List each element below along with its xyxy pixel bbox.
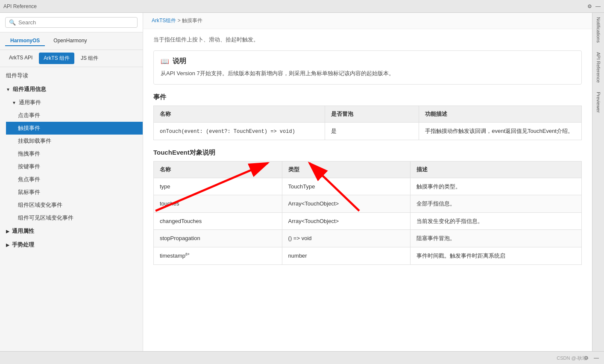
search-bar: 🔍 — [0, 13, 143, 32]
main-layout: 🔍 HarmonyOS OpenHarmony ArkTS API ArkTS … — [0, 13, 604, 351]
os-tab-openharmony[interactable]: OpenHarmony — [48, 36, 92, 46]
sidebar-nav: 组件导读 ▼ 组件通用信息 ▼ 通用事件 点击事件 触摸事件 挂载卸载事件 拖拽… — [0, 67, 143, 351]
events-section-title: 事件 — [153, 93, 582, 101]
watermark: CSDN @-耿瑞- — [557, 355, 589, 361]
te-name-3: stopPropagation — [154, 230, 282, 247]
nav-sub-header-events[interactable]: ▼ 通用事件 — [6, 96, 143, 109]
breadcrumb: ArkTS组件 > 触摸事件 — [143, 13, 592, 29]
table-row: timestamp8+ number 事件时间戳。触发事件时距离系统启 — [154, 247, 582, 264]
event-desc-cell: 手指触摸动作触发该回调，event返回值见TouchEvent介绍。 — [419, 122, 582, 140]
top-bar: API Reference ⚙ — — [0, 0, 604, 13]
touch-col-name: 名称 — [154, 161, 282, 178]
event-bubble-cell: 是 — [325, 122, 419, 140]
table-row: touches Array<TouchObject> 全部手指信息。 — [154, 195, 582, 213]
note-text: 从API Version 7开始支持。后续版本如有新增内容，则采用上角标单独标记… — [161, 69, 575, 78]
breadcrumb-part2: 触摸事件 — [182, 18, 202, 23]
sidebar-item-touch[interactable]: 触摸事件 — [6, 122, 143, 135]
left-panel: 🔍 HarmonyOS OpenHarmony ArkTS API ArkTS … — [0, 13, 143, 351]
top-bar-icons: ⚙ — — [587, 3, 601, 9]
right-sidebar-tab-previewer[interactable]: Previewer — [594, 88, 603, 117]
sidebar-item-click[interactable]: 点击事件 — [6, 109, 143, 122]
touch-event-table: 名称 类型 描述 type TouchType 触摸事件的类型。 touches… — [153, 161, 582, 265]
bottom-bar: ⚙ — — [0, 351, 604, 364]
arrow-properties: ▶ — [6, 229, 9, 234]
nav-section-general: ▼ 组件通用信息 ▼ 通用事件 点击事件 触摸事件 挂载卸载事件 拖拽事件 按键… — [0, 82, 143, 224]
nav-section-header-general[interactable]: ▼ 组件通用信息 — [0, 82, 143, 96]
events-col-name: 名称 — [154, 106, 325, 122]
note-title-text: 说明 — [173, 57, 186, 66]
te-desc-0: 触摸事件的类型。 — [410, 178, 582, 195]
nav-section-label-gesture: 手势处理 — [12, 241, 34, 249]
breadcrumb-part1[interactable]: ArkTS组件 — [152, 18, 176, 23]
right-sidebar-tab-notifications[interactable]: Notifications — [594, 13, 603, 47]
arrow-gesture: ▶ — [6, 243, 9, 247]
minimize-icon[interactable]: — — [595, 3, 601, 9]
nav-sub-section-events: ▼ 通用事件 点击事件 触摸事件 挂载卸载事件 拖拽事件 按键事件 焦点事件 鼠… — [0, 96, 143, 224]
content-area: 当于指任组件上按卜、滑动、拾起时触发。 📖 说明 从API Version 7开… — [143, 29, 592, 351]
nav-section-properties: ▶ 通用属性 — [0, 224, 143, 238]
table-row: type TouchType 触摸事件的类型。 — [154, 178, 582, 195]
arrow-general: ▼ — [6, 87, 10, 92]
te-name-2: changedTouches — [154, 212, 282, 230]
nav-section-label-properties: 通用属性 — [12, 227, 34, 235]
events-col-bubble: 是否冒泡 — [325, 106, 419, 122]
right-panel: ArkTS组件 > 触摸事件 当于指任组件上按卜、滑动、拾起时触发。 📖 说明 … — [143, 13, 592, 351]
note-title: 📖 说明 — [161, 57, 575, 66]
search-icon: 🔍 — [9, 19, 16, 26]
table-row: stopPropagation () => void 阻塞事件冒泡。 — [154, 230, 582, 247]
event-name-code: onTouch(event: (event?: TouchEvent) => v… — [160, 129, 295, 135]
sidebar-item-area-change[interactable]: 组件区域变化事件 — [6, 199, 143, 211]
te-desc-4: 事件时间戳。触发事件时距离系统启 — [410, 247, 582, 264]
os-tab-harmonyos[interactable]: HarmonyOS — [5, 36, 45, 46]
sidebar-item-focus[interactable]: 焦点事件 — [6, 173, 143, 186]
table-row: changedTouches Array<TouchObject> 当前发生变化… — [154, 212, 582, 230]
event-name-cell: onTouch(event: (event?: TouchEvent) => v… — [154, 122, 325, 140]
touch-col-desc: 描述 — [410, 161, 582, 178]
events-col-desc: 功能描述 — [419, 106, 582, 122]
te-type-1: Array<TouchObject> — [282, 195, 410, 213]
nav-sub-label-events: 通用事件 — [19, 99, 41, 106]
sidebar-item-mouse[interactable]: 鼠标事件 — [6, 186, 143, 199]
sidebar-item-drag[interactable]: 拖拽事件 — [6, 147, 143, 160]
settings-icon[interactable]: ⚙ — [587, 3, 592, 9]
search-input[interactable] — [18, 19, 134, 26]
subtitle: 当于指任组件上按卜、滑动、拾起时触发。 — [153, 36, 582, 44]
nav-section-label-general: 组件通用信息 — [13, 85, 46, 93]
search-input-wrap[interactable]: 🔍 — [5, 17, 138, 28]
breadcrumb-separator: > — [178, 18, 182, 23]
te-desc-3: 阻塞事件冒泡。 — [410, 230, 582, 247]
book-icon: 📖 — [161, 57, 169, 65]
nav-section-header-gesture[interactable]: ▶ 手势处理 — [0, 238, 143, 252]
arrow-events: ▼ — [12, 100, 16, 105]
te-name-0: type — [154, 178, 282, 195]
app-title: API Reference — [3, 3, 587, 9]
nav-section-header-properties[interactable]: ▶ 通用属性 — [0, 224, 143, 238]
note-box: 📖 说明 从API Version 7开始支持。后续版本如有新增内容，则采用上角… — [153, 50, 582, 85]
minimize-bottom-icon[interactable]: — — [594, 355, 599, 361]
te-type-2: Array<TouchObject> — [282, 212, 410, 230]
sidebar-item-guide[interactable]: 组件导读 — [0, 69, 143, 82]
nav-section-gesture: ▶ 手势处理 — [0, 238, 143, 252]
right-sidebar: Notifications API Reference Previewer — [592, 13, 604, 351]
events-table: 名称 是否冒泡 功能描述 onTouch(event: (event?: Tou… — [153, 106, 582, 140]
touch-col-type: 类型 — [282, 161, 410, 178]
table-row: onTouch(event: (event?: TouchEvent) => v… — [154, 122, 582, 140]
touch-event-section-title: TouchEvent对象说明 — [153, 149, 582, 157]
te-desc-2: 当前发生变化的手指信息。 — [410, 212, 582, 230]
te-name-1: touches — [154, 195, 282, 213]
sidebar-item-visible-change[interactable]: 组件可见区域变化事件 — [6, 211, 143, 224]
te-type-3: () => void — [282, 230, 410, 247]
os-tabs: HarmonyOS OpenHarmony — [0, 32, 143, 50]
te-type-0: TouchType — [282, 178, 410, 195]
te-type-4: number — [282, 247, 410, 264]
api-tab-arkts-api[interactable]: ArkTS API — [4, 53, 37, 64]
api-tab-arkts-component[interactable]: ArkTS 组件 — [39, 53, 74, 64]
sidebar-item-mount[interactable]: 挂载卸载事件 — [6, 135, 143, 147]
te-name-4: timestamp8+ — [154, 247, 282, 264]
api-tabs: ArkTS API ArkTS 组件 JS 组件 — [0, 50, 143, 67]
te-desc-1: 全部手指信息。 — [410, 195, 582, 213]
api-tab-js-component[interactable]: JS 组件 — [76, 53, 103, 64]
right-sidebar-tab-api-reference[interactable]: API Reference — [594, 48, 603, 87]
sidebar-item-key[interactable]: 按键事件 — [6, 160, 143, 173]
